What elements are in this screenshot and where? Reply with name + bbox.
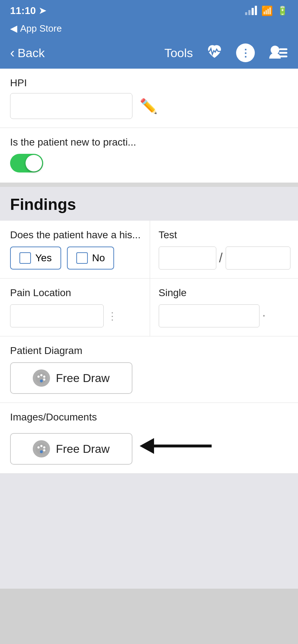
signal-bars xyxy=(245,6,257,15)
test-col: Test / xyxy=(150,221,298,278)
back-button[interactable]: ‹ Back xyxy=(10,45,45,61)
patient-diagram-label: Patient Diagram xyxy=(10,345,288,356)
heart-monitor-icon[interactable] xyxy=(206,44,223,62)
slash-divider: / xyxy=(219,250,223,266)
edit-pencil-icon[interactable]: ✏️ xyxy=(140,98,158,115)
empty-space-bottom xyxy=(0,589,298,644)
pain-location-input[interactable] xyxy=(10,304,104,327)
pain-location-single-row: Pain Location ⋮ Single • xyxy=(0,279,298,336)
ellipsis-icon: ⋮ xyxy=(240,47,250,59)
does-patient-test-row: Does the patient have a his... Yes No Te… xyxy=(0,221,298,279)
patient-new-section: Is the patient new to practi... xyxy=(0,128,298,183)
battery-icon: 🔋 xyxy=(277,6,288,16)
pain-location-label: Pain Location xyxy=(10,287,143,299)
yes-button[interactable]: Yes xyxy=(10,247,61,270)
patient-diagram-free-draw-label: Free Draw xyxy=(56,372,109,385)
single-dot-icon: • xyxy=(263,313,265,319)
svg-point-6 xyxy=(40,374,42,376)
more-options-button[interactable]: ⋮ xyxy=(236,43,255,62)
patient-diagram-free-draw-button[interactable]: Free Draw xyxy=(10,362,132,394)
no-label: No xyxy=(92,252,105,264)
yes-checkbox xyxy=(19,252,31,264)
findings-header: Findings xyxy=(0,187,298,221)
svg-point-9 xyxy=(40,380,43,382)
empty-space-top xyxy=(0,474,298,589)
svg-point-8 xyxy=(43,378,45,381)
svg-point-13 xyxy=(43,446,45,448)
toggle-knob xyxy=(26,155,42,171)
more-dots-icon[interactable]: ⋮ xyxy=(107,310,117,322)
app-store-label: App Store xyxy=(20,23,62,34)
test-input-2[interactable] xyxy=(226,247,290,270)
single-col: Single • xyxy=(150,279,298,336)
no-checkbox xyxy=(76,252,88,264)
patient-new-label: Is the patient new to practi... xyxy=(10,137,288,148)
hpi-input-row: ✏️ xyxy=(10,93,288,119)
single-label: Single xyxy=(159,287,291,299)
yes-label: Yes xyxy=(35,252,52,264)
patient-new-toggle[interactable] xyxy=(10,154,43,172)
hpi-section: HPI ✏️ xyxy=(0,69,298,128)
arrow-line xyxy=(154,445,212,447)
images-documents-section: Images/Documents Free Draw xyxy=(0,403,298,474)
app-store-back[interactable]: ◀ App Store xyxy=(0,22,298,37)
back-chevron-icon: ‹ xyxy=(10,45,15,61)
status-time: 11:10 ➤ xyxy=(10,5,46,17)
hpi-label: HPI xyxy=(10,77,288,89)
nav-bar: ‹ Back Tools ⋮ xyxy=(0,37,298,69)
tools-label[interactable]: Tools xyxy=(164,46,193,60)
status-bar: 11:10 ➤ 📶 🔋 xyxy=(0,0,298,22)
time-display: 11:10 xyxy=(10,5,36,17)
does-patient-label: Does the patient have a his... xyxy=(10,229,143,241)
svg-point-7 xyxy=(43,376,45,378)
section-divider xyxy=(0,183,298,187)
does-patient-col: Does the patient have a his... Yes No xyxy=(0,221,150,278)
arrow-head xyxy=(140,438,154,454)
pain-location-col: Pain Location ⋮ xyxy=(0,279,150,336)
palette-icon-2 xyxy=(33,440,50,457)
svg-point-14 xyxy=(43,449,45,451)
palette-icon-1 xyxy=(33,369,50,387)
test-input-1[interactable] xyxy=(159,247,216,270)
svg-point-5 xyxy=(37,376,40,378)
hpi-input[interactable] xyxy=(10,93,132,119)
single-input-row: • xyxy=(159,304,291,327)
images-documents-free-draw-button[interactable]: Free Draw xyxy=(10,433,132,465)
svg-point-11 xyxy=(37,446,40,448)
test-label: Test xyxy=(159,229,291,241)
pain-location-input-row: ⋮ xyxy=(10,304,143,327)
arrow-annotation xyxy=(140,438,212,454)
svg-point-12 xyxy=(40,445,42,447)
single-input[interactable] xyxy=(159,304,259,327)
images-documents-label: Images/Documents xyxy=(10,411,288,423)
svg-point-15 xyxy=(40,450,43,453)
nav-right: Tools ⋮ xyxy=(164,43,288,62)
back-triangle: ◀ xyxy=(10,23,17,34)
wifi-icon: 📶 xyxy=(261,5,273,17)
images-documents-free-draw-label: Free Draw xyxy=(56,442,109,456)
images-free-draw-row: Free Draw xyxy=(10,427,288,465)
user-menu-button[interactable] xyxy=(268,44,288,61)
findings-title: Findings xyxy=(10,196,288,213)
no-button[interactable]: No xyxy=(67,247,114,270)
location-icon: ➤ xyxy=(39,6,46,16)
patient-diagram-section: Patient Diagram Free Draw xyxy=(0,336,298,403)
back-label: Back xyxy=(18,46,45,60)
findings-content: Does the patient have a his... Yes No Te… xyxy=(0,221,298,474)
test-input-row: / xyxy=(159,247,291,270)
yes-no-row: Yes No xyxy=(10,247,143,270)
status-icons: 📶 🔋 xyxy=(245,5,288,17)
